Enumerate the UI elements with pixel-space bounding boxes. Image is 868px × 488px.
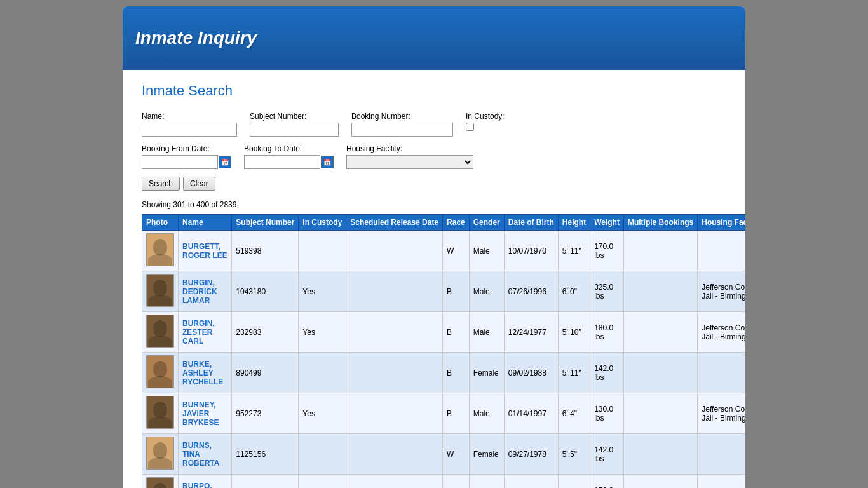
inmate-name-cell: BURNS, TINA ROBERTA (179, 434, 232, 475)
weight-cell: 142.0 lbs (590, 353, 624, 393)
booking-from-date-calendar-icon[interactable]: 📅 (219, 156, 231, 168)
in-custody-cell (299, 434, 346, 475)
subject-number-input[interactable] (250, 123, 339, 137)
housing-facility-cell (698, 475, 745, 489)
inmate-name-cell: BURNEY, JAVIER BRYKESE (179, 393, 232, 434)
photo-cell (142, 353, 179, 393)
housing-facility-cell (698, 434, 745, 475)
photo-cell (142, 271, 179, 312)
photo-cell (142, 393, 179, 434)
inmate-photo[interactable] (146, 355, 174, 388)
dob-cell: 09/02/1988 (504, 353, 558, 393)
table-row: BURGETT, ROGER LEE519398WMale10/07/19705… (142, 231, 746, 271)
inmate-name-link[interactable]: BURKE, ASHLEY RYCHELLE (182, 360, 223, 386)
inmate-photo[interactable] (146, 233, 174, 266)
inmate-photo[interactable] (146, 396, 174, 429)
multiple-bookings-cell (623, 231, 697, 271)
booking-number-field: Booking Number: (351, 112, 453, 137)
table-header-row: Photo Name Subject Number In Custody Sch… (142, 215, 746, 231)
gender-cell: Female (469, 353, 504, 393)
booking-to-date-calendar-icon[interactable]: 📅 (321, 156, 334, 168)
inmate-photo[interactable] (146, 477, 174, 488)
scheduled-release-cell (346, 475, 443, 489)
dob-cell: 10/07/1970 (504, 231, 558, 271)
booking-to-date-input[interactable] (244, 155, 320, 169)
subject-number-cell: 1125156 (232, 434, 299, 475)
in-custody-cell: Yes (299, 393, 346, 434)
subject-number-label: Subject Number: (250, 112, 339, 121)
col-subject-number: Subject Number (232, 215, 299, 231)
height-cell: 5' 5" (558, 434, 590, 475)
inmate-photo[interactable] (146, 437, 174, 470)
in-custody-cell (299, 475, 346, 489)
inmate-name-link[interactable]: BURGIN, ZESTER CARL (182, 319, 215, 346)
height-cell: 5' 10" (558, 475, 590, 489)
col-scheduled-release: Scheduled Release Date (346, 215, 443, 231)
subject-number-field: Subject Number: (250, 112, 339, 137)
main-container: Inmate Inquiry Inmate Search Name: Subje… (123, 6, 745, 488)
race-cell: B (443, 475, 470, 489)
weight-cell: 180.0 lbs (590, 312, 624, 353)
in-custody-checkbox[interactable] (466, 123, 474, 131)
race-cell: B (443, 271, 470, 312)
multiple-bookings-cell (623, 271, 697, 312)
weight-cell: 325.0 lbs (590, 271, 624, 312)
inmate-name-link[interactable]: BURGETT, ROGER LEE (182, 242, 227, 260)
multiple-bookings-cell (623, 393, 697, 434)
scheduled-release-cell (346, 434, 443, 475)
form-row-2: Booking From Date: 📅 Booking To Date: 📅 … (142, 144, 726, 169)
inmate-name-link[interactable]: BURNS, TINA ROBERTA (182, 441, 219, 468)
housing-facility-label: Housing Facility: (346, 144, 473, 153)
gender-cell: Male (469, 271, 504, 312)
height-cell: 6' 0" (558, 271, 590, 312)
inmate-name-cell: BURKE, ASHLEY RYCHELLE (179, 353, 232, 393)
housing-facility-cell: Jefferson County Jail - Birmingham (698, 271, 745, 312)
in-custody-cell: Yes (299, 271, 346, 312)
booking-from-date-field: Booking From Date: 📅 (142, 144, 231, 169)
col-weight: Weight (590, 215, 624, 231)
table-row: BURGIN, DEDRICK LAMAR1043180YesBMale07/2… (142, 271, 746, 312)
booking-to-date-wrapper: 📅 (244, 155, 334, 169)
subject-number-cell: 952273 (232, 393, 299, 434)
inmate-name-link[interactable]: BURPO, LADARIOUS CORTEZ (182, 482, 227, 489)
inmate-photo[interactable] (146, 315, 174, 348)
height-cell: 5' 11" (558, 353, 590, 393)
gender-cell: Male (469, 231, 504, 271)
col-name: Name (179, 215, 232, 231)
inmate-name-link[interactable]: BURGIN, DEDRICK LAMAR (182, 278, 217, 305)
booking-from-date-input[interactable] (142, 155, 218, 169)
photo-cell (142, 312, 179, 353)
housing-facility-cell: Jefferson County Jail - Birmingham (698, 312, 745, 353)
weight-cell: 130.0 lbs (590, 393, 624, 434)
name-field: Name: (142, 112, 237, 137)
housing-facility-select[interactable]: Jefferson County Jail - Birmingham Other… (346, 155, 473, 169)
content-area: Inmate Search Name: Subject Number: Book… (123, 70, 745, 488)
booking-number-input[interactable] (351, 123, 453, 137)
col-dob: Date of Birth (504, 215, 558, 231)
booking-number-label: Booking Number: (351, 112, 453, 121)
gender-cell: Male (469, 312, 504, 353)
results-info: Showing 301 to 400 of 2839 (142, 200, 726, 209)
inmate-photo[interactable] (146, 274, 174, 307)
gender-cell: Female (469, 434, 504, 475)
col-gender: Gender (469, 215, 504, 231)
race-cell: B (443, 312, 470, 353)
form-row-1: Name: Subject Number: Booking Number: In… (142, 112, 726, 137)
col-photo: Photo (142, 215, 179, 231)
scheduled-release-cell (346, 271, 443, 312)
subject-number-cell: 1043180 (232, 271, 299, 312)
dob-cell: 01/14/1997 (504, 393, 558, 434)
clear-button[interactable]: Clear (183, 177, 215, 191)
race-cell: W (443, 434, 470, 475)
subject-number-cell: 890499 (232, 353, 299, 393)
col-housing-facility: Housing Facility (698, 215, 745, 231)
photo-cell (142, 434, 179, 475)
inmate-name-link[interactable]: BURNEY, JAVIER BRYKESE (182, 400, 219, 427)
search-button[interactable]: Search (142, 177, 180, 191)
inmate-name-cell: BURPO, LADARIOUS CORTEZ (179, 475, 232, 489)
col-multiple-bookings: Multiple Bookings (623, 215, 697, 231)
gender-cell: Male (469, 475, 504, 489)
multiple-bookings-cell (623, 434, 697, 475)
name-input[interactable] (142, 123, 237, 137)
weight-cell: 142.0 lbs (590, 434, 624, 475)
